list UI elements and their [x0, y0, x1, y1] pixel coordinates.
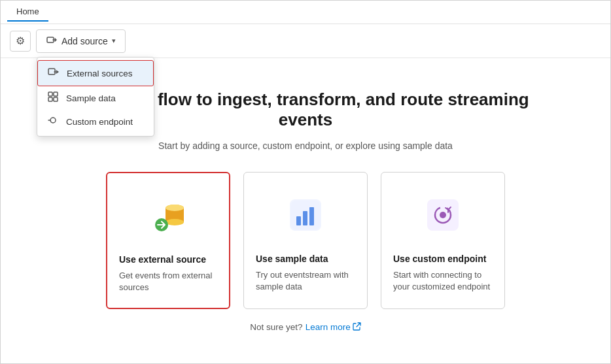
- cards-row: Use external source Get events from exte…: [106, 172, 505, 309]
- svg-rect-13: [296, 216, 301, 225]
- page-subtitle: Start by adding a source, custom endpoin…: [158, 141, 453, 151]
- custom-endpoint-card-icon: [427, 199, 459, 231]
- card-external-source[interactable]: Use external source Get events from exte…: [106, 172, 230, 309]
- external-link-icon: [353, 322, 361, 333]
- dropdown-menu: External sources Sample data: [37, 57, 154, 137]
- svg-rect-2: [48, 92, 52, 96]
- svg-rect-15: [309, 207, 314, 225]
- gear-icon: ⚙: [16, 35, 25, 47]
- card-external-source-title: Use external source: [119, 254, 206, 265]
- dropdown-item-custom-endpoint[interactable]: Custom endpoint: [37, 110, 154, 133]
- card-custom-endpoint-desc: Start with connecting to your customized…: [393, 269, 493, 293]
- external-sources-icon: [47, 66, 60, 80]
- card-sample-data-title: Use sample data: [256, 254, 328, 264]
- svg-point-18: [440, 212, 446, 218]
- svg-point-10: [166, 205, 184, 211]
- svg-point-9: [166, 219, 184, 225]
- home-tab[interactable]: Home: [7, 3, 48, 22]
- chevron-down-icon: ▾: [112, 37, 116, 45]
- card-sample-data-desc: Try out eventstream with sample data: [256, 269, 355, 293]
- tab-bar: Home: [1, 1, 610, 24]
- add-source-button[interactable]: Add source ▾: [36, 29, 126, 53]
- svg-rect-3: [54, 92, 58, 96]
- external-source-icon: [150, 197, 186, 234]
- card-custom-endpoint-icon-area: [393, 186, 493, 244]
- svg-rect-5: [54, 97, 58, 101]
- sample-data-label: Sample data: [66, 93, 116, 103]
- card-sample-data-icon-area: [256, 186, 355, 244]
- dropdown-item-external-sources[interactable]: External sources: [37, 60, 154, 86]
- dropdown-item-sample-data[interactable]: Sample data: [37, 86, 154, 110]
- custom-endpoint-label: Custom endpoint: [66, 117, 133, 127]
- settings-button[interactable]: ⚙: [10, 31, 31, 52]
- card-external-source-desc: Get events from external sources: [119, 270, 217, 293]
- app-container: Home ⚙ Add source ▾: [0, 0, 611, 364]
- card-custom-endpoint-title: Use custom endpoint: [393, 254, 486, 264]
- sample-data-card-icon: [290, 199, 321, 231]
- add-source-icon: [46, 34, 58, 48]
- sample-data-icon: [46, 91, 60, 105]
- add-source-label: Add source: [61, 36, 108, 46]
- footer-row: Not sure yet? Learn more: [250, 322, 360, 333]
- card-sample-data[interactable]: Use sample data Try out eventstream with…: [243, 172, 368, 309]
- card-custom-endpoint[interactable]: Use custom endpoint Start with connectin…: [381, 172, 505, 309]
- svg-point-6: [50, 118, 56, 123]
- svg-rect-14: [303, 211, 307, 225]
- learn-more-label: Learn more: [306, 322, 351, 332]
- svg-rect-4: [48, 97, 52, 101]
- custom-endpoint-icon: [46, 115, 60, 128]
- toolbar: ⚙ Add source ▾: [1, 24, 610, 58]
- external-sources-label: External sources: [67, 69, 133, 78]
- learn-more-link[interactable]: Learn more: [306, 322, 361, 333]
- card-external-source-icon-area: [119, 186, 217, 245]
- not-sure-text: Not sure yet?: [250, 322, 302, 332]
